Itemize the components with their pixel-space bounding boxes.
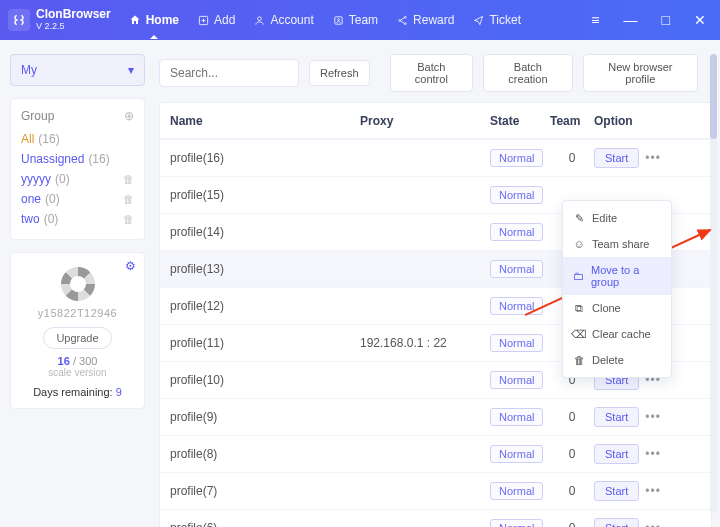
group-item[interactable]: one(0)🗑 [21,189,134,209]
group-count: (16) [38,132,59,146]
group-name: one [21,192,41,206]
menu-move-to-group[interactable]: 🗀Move to a group [563,257,671,295]
home-icon [129,14,142,27]
more-button[interactable]: ••• [645,447,661,461]
svg-point-6 [404,22,406,24]
quota-total: / 300 [70,355,98,367]
start-button[interactable]: Start [594,148,639,168]
brand: ClonBrowser V 2.2.5 [36,8,111,31]
cell-team: 0 [550,151,594,165]
cell-name: profile(14) [170,225,360,239]
group-item[interactable]: yyyyy(0)🗑 [21,169,134,189]
menu-edite[interactable]: ✎Edite [563,205,671,231]
cell-team: 0 [550,410,594,424]
nav-home-label: Home [146,13,179,27]
cell-name: profile(10) [170,373,360,387]
group-name: yyyyy [21,172,51,186]
add-group-button[interactable]: ⊕ [124,109,134,123]
state-badge: Normal [490,519,543,527]
more-button[interactable]: ••• [645,484,661,498]
batch-control-button[interactable]: Batch control [390,54,474,92]
start-button[interactable]: Start [594,481,639,501]
menu-button[interactable]: ≡ [585,10,605,30]
table-row[interactable]: profile(7)Normal0Start••• [160,472,711,509]
username: y15822T12946 [21,307,134,319]
cell-name: profile(13) [170,262,360,276]
table-row[interactable]: profile(9)Normal0Start••• [160,398,711,435]
my-label: My [21,63,37,77]
cell-name: profile(15) [170,188,360,202]
folder-icon: 🗀 [573,270,584,282]
state-badge: Normal [490,260,543,278]
table-row[interactable]: profile(8)Normal0Start••• [160,435,711,472]
cell-option: Start••• [594,444,674,464]
cell-name: profile(7) [170,484,360,498]
nav-reward[interactable]: Reward [396,1,454,39]
cell-name: profile(12) [170,299,360,313]
trash-icon[interactable]: 🗑 [123,193,134,205]
start-button[interactable]: Start [594,407,639,427]
state-badge: Normal [490,371,543,389]
cell-name: profile(8) [170,447,360,461]
nav-account-label: Account [270,13,313,27]
upgrade-button[interactable]: Upgrade [43,327,111,349]
cell-option: Start••• [594,518,674,527]
trash-icon[interactable]: 🗑 [123,173,134,185]
col-state: State [490,114,550,128]
start-button[interactable]: Start [594,444,639,464]
minimize-button[interactable]: — [618,10,644,30]
batch-creation-button[interactable]: Batch creation [483,54,573,92]
scrollbar-thumb[interactable] [710,54,717,139]
more-button[interactable]: ••• [645,151,661,165]
menu-clone[interactable]: ⧉Clone [563,295,671,321]
days-value: 9 [116,386,122,398]
group-count: (0) [44,212,59,226]
state-badge: Normal [490,408,543,426]
days-remaining: Days remaining: 9 [21,386,134,398]
team-icon [332,14,345,27]
search-input[interactable] [159,59,299,87]
col-team: Team [550,114,594,128]
start-button[interactable]: Start [594,518,639,527]
group-item[interactable]: Unassigned(16) [21,149,134,169]
share-icon [396,14,409,27]
nav-ticket[interactable]: Ticket [472,1,521,39]
state-badge: Normal [490,482,543,500]
nav-home[interactable]: Home [129,1,179,39]
content: Refresh Batch control Batch creation New… [155,40,720,527]
cell-team: 0 [550,484,594,498]
state-badge: Normal [490,297,543,315]
nav-account[interactable]: Account [253,1,313,39]
nav-add[interactable]: Add [197,1,235,39]
scrollbar[interactable] [710,54,717,513]
table-row[interactable]: profile(16)Normal0Start••• [160,139,711,176]
window-controls: ≡ — □ ✕ [585,10,712,30]
gear-icon[interactable]: ⚙ [125,259,136,273]
clear-icon: ⌫ [573,328,585,340]
group-item[interactable]: All(16) [21,129,134,149]
maximize-button[interactable]: □ [656,10,676,30]
more-button[interactable]: ••• [645,410,661,424]
row-options-menu: ✎Edite ☺Team share 🗀Move to a group ⧉Clo… [562,200,672,378]
close-button[interactable]: ✕ [688,10,712,30]
menu-delete[interactable]: 🗑Delete [563,347,671,373]
nav-team[interactable]: Team [332,1,378,39]
table-row[interactable]: profile(6)Normal0Start••• [160,509,711,527]
group-count: (16) [88,152,109,166]
state-badge: Normal [490,445,543,463]
cell-name: profile(11) [170,336,360,350]
quota-current: 16 [58,355,70,367]
group-item[interactable]: two(0)🗑 [21,209,134,229]
more-button[interactable]: ••• [645,521,661,527]
chevron-down-icon: ▾ [128,63,134,77]
copy-icon: ⧉ [573,302,585,314]
nav-add-label: Add [214,13,235,27]
menu-clear-cache[interactable]: ⌫Clear cache [563,321,671,347]
refresh-button[interactable]: Refresh [309,60,370,86]
menu-team-share[interactable]: ☺Team share [563,231,671,257]
group-name: two [21,212,40,226]
my-dropdown[interactable]: My ▾ [10,54,145,86]
trash-icon[interactable]: 🗑 [123,213,134,225]
new-profile-button[interactable]: New browser profile [583,54,698,92]
cell-option: Start••• [594,481,674,501]
